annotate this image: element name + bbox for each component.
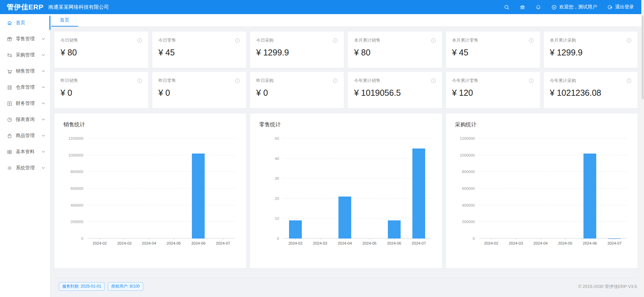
welcome-text: 欢迎您，测试用户 (559, 4, 597, 10)
y-axis-label: 30 (275, 176, 279, 180)
tab-home[interactable]: 首页 (51, 14, 78, 27)
y-axis-label: 200000 (462, 220, 475, 224)
sidebar-item-purchase[interactable]: 采购管理 (0, 47, 50, 63)
chevron-down-icon (41, 53, 45, 57)
chart-panel-2: 采购统计020000040000060000080000010000001200… (446, 114, 638, 268)
info-icon[interactable] (627, 78, 632, 83)
app-topbar: 管伊佳ERP 南通某某网络科技有限公司 欢迎您，测试用户 退出登录 (0, 0, 644, 14)
chart-title: 销售统计 (54, 114, 246, 128)
stat-label: 昨日销售 (61, 78, 78, 84)
scrollbar[interactable] (641, 0, 644, 297)
user-menu[interactable]: 欢迎您，测试用户 (551, 4, 597, 10)
finance-icon (7, 101, 12, 107)
x-axis-label: 2024-04 (533, 241, 548, 245)
stat-card: 今年累计零售¥ 120 (446, 72, 540, 108)
info-icon[interactable] (529, 38, 534, 43)
sidebar-item-basic-data[interactable]: 基本资料 (0, 144, 50, 160)
y-axis-label: 0 (81, 237, 83, 241)
y-axis-label: 600000 (462, 186, 475, 190)
stat-card-header: 今日零售 (158, 37, 240, 43)
sidebar-item-home[interactable]: 首页 (0, 15, 50, 31)
info-icon[interactable] (529, 78, 534, 83)
gridline (479, 221, 627, 222)
y-axis: 01020304050 (255, 138, 279, 239)
x-axis-tick (614, 239, 615, 240)
bell-icon[interactable] (535, 4, 541, 10)
chevron-down-icon (41, 134, 45, 138)
chart-plot-area: 0200000400000600000800000100000012000002… (59, 133, 237, 253)
scrollbar-thumb[interactable] (642, 15, 644, 99)
swap-icon (7, 52, 12, 58)
stat-card-header: 昨日零售 (158, 78, 240, 84)
gridline (87, 171, 235, 172)
x-axis-label: 2024-07 (412, 241, 426, 245)
stats-grid: 今日销售¥ 80今日零售¥ 45今日采购¥ 1299.9本月累计销售¥ 80本月… (54, 32, 638, 108)
company-name: 南通某某网络科技有限公司 (48, 4, 109, 10)
stat-label: 昨日零售 (158, 78, 176, 84)
x-axis-line (87, 238, 235, 239)
x-axis-tick (394, 239, 395, 240)
x-axis-tick (369, 239, 370, 240)
pie-icon (7, 117, 12, 123)
plot-region: 2024-022024-032024-042024-052024-062024-… (87, 138, 235, 239)
tab-bar: 首页 (50, 14, 644, 27)
info-icon[interactable] (137, 38, 142, 43)
y-axis-label: 50 (275, 136, 279, 140)
gridline (87, 138, 235, 138)
sidebar-item-system[interactable]: 系统管理 (0, 160, 50, 176)
sidebar-item-label: 财务管理 (16, 100, 35, 107)
sidebar-item-label: 仓库管理 (16, 84, 35, 90)
gear-icon (7, 165, 12, 171)
stat-card: 昨日销售¥ 0 (54, 72, 148, 108)
stat-label: 今年累计销售 (354, 78, 380, 84)
topbar-actions: 欢迎您，测试用户 退出登录 (504, 4, 644, 10)
stat-label: 今日零售 (158, 37, 176, 43)
info-icon[interactable] (431, 78, 436, 83)
info-icon[interactable] (431, 38, 436, 43)
stat-value: ¥ 0 (61, 88, 142, 98)
x-axis-tick (149, 239, 149, 240)
logout-icon (607, 4, 613, 10)
charts-grid: 销售统计020000040000060000080000010000001200… (54, 114, 638, 268)
search-icon[interactable] (504, 4, 510, 10)
x-axis-line (283, 238, 431, 239)
bar (338, 197, 351, 239)
info-icon[interactable] (235, 78, 240, 83)
x-axis-tick (419, 239, 419, 240)
stat-card-header: 本月累计零售 (452, 37, 534, 43)
stat-card: 昨日零售¥ 0 (152, 72, 246, 108)
info-icon[interactable] (627, 38, 632, 43)
chevron-down-icon (41, 150, 45, 154)
x-axis-tick (565, 239, 566, 240)
footer: 服务到期: 2025-01-01 授权用户: 8/100 © 2015-2030… (54, 278, 638, 291)
y-axis-label: 20 (275, 197, 279, 201)
sidebar-item-reports[interactable]: 报表查询 (0, 112, 50, 128)
bank-icon[interactable] (520, 4, 525, 10)
plot-region: 2024-022024-032024-042024-052024-062024-… (479, 138, 627, 239)
info-icon[interactable] (333, 78, 338, 83)
y-axis-label: 1200000 (460, 136, 475, 140)
stat-value: ¥ 120 (452, 88, 534, 98)
chart-panel-0: 销售统计020000040000060000080000010000001200… (54, 114, 246, 268)
stat-value: ¥ 80 (354, 48, 436, 57)
info-icon[interactable] (137, 78, 142, 83)
y-axis-label: 10 (275, 216, 279, 220)
sidebar-item-sales[interactable]: 销售管理 (0, 63, 50, 79)
stat-card-header: 今年累计零售 (452, 78, 534, 84)
info-icon[interactable] (333, 38, 338, 43)
sidebar-item-warehouse[interactable]: 仓库管理 (0, 79, 50, 95)
sidebar-item-retail[interactable]: 零售管理 (0, 31, 50, 47)
logout-button[interactable]: 退出登录 (607, 4, 634, 10)
stat-card-header: 本月累计采购 (550, 37, 632, 43)
chevron-down-icon (41, 101, 45, 105)
bag-icon (7, 133, 12, 139)
x-axis-label: 2024-02 (484, 241, 498, 245)
stat-label: 本月累计零售 (452, 37, 478, 43)
x-axis-label: 2024-04 (338, 241, 352, 245)
sidebar-item-goods[interactable]: 商品管理 (0, 128, 50, 144)
info-icon[interactable] (235, 38, 240, 43)
sidebar-item-label: 采购管理 (16, 52, 35, 58)
chevron-down-icon (41, 85, 45, 89)
gift-icon (7, 36, 12, 42)
sidebar-item-finance[interactable]: 财务管理 (0, 95, 50, 112)
